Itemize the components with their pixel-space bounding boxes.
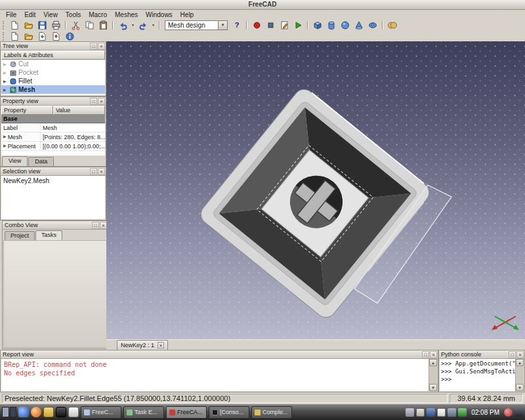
mesh-union-button[interactable] (386, 20, 399, 31)
property-group-base[interactable]: Base (1, 115, 105, 123)
taskbar-window-button[interactable]: Task E... (123, 406, 164, 419)
menu-edit[interactable]: Edit (20, 10, 39, 19)
undo-dropdown[interactable]: ▼ (130, 20, 136, 31)
expander-icon[interactable]: ▶ (3, 79, 8, 83)
document-tab[interactable]: NewKey2 : 1 × (117, 340, 168, 350)
menu-windows[interactable]: Windows (142, 10, 177, 19)
property-value[interactable]: [(0.00 0.00 1.00);0.00;... (41, 142, 105, 150)
macro-record-button[interactable] (250, 20, 263, 31)
screenshot-tray-icon[interactable] (406, 408, 414, 417)
float-panel-button[interactable]: □ (92, 222, 99, 229)
paste-button[interactable] (96, 20, 110, 31)
tree-item-fillet[interactable]: ▶ Fillet (1, 77, 105, 85)
close-panel-button[interactable]: × (516, 351, 524, 358)
cut-button[interactable] (69, 20, 82, 31)
tab-view[interactable]: View (2, 156, 28, 166)
editor-launcher-icon[interactable] (68, 407, 79, 417)
tab-tasks[interactable]: Tasks (35, 230, 62, 240)
updates-tray-icon[interactable] (504, 408, 513, 417)
tree-column-header[interactable]: Labels & Attributes (1, 51, 105, 60)
property-row-placement[interactable]: ▶Placement [(0.00 0.00 1.00);0.00;... (1, 142, 105, 151)
files-launcher-icon[interactable] (43, 407, 54, 417)
close-panel-button[interactable]: × (98, 168, 105, 175)
combo-view-header[interactable]: Combo View □ × (3, 221, 108, 230)
property-value[interactable]: Mesh (41, 123, 105, 132)
float-panel-button[interactable]: □ (90, 168, 97, 175)
export-mesh-button[interactable] (49, 31, 62, 42)
new-document-button[interactable] (8, 20, 21, 31)
menu-tools[interactable]: Tools (62, 10, 85, 19)
scroll-up-icon[interactable]: ▲ (429, 359, 437, 366)
3d-viewport[interactable] (106, 41, 525, 339)
console-scrollbar[interactable]: ▲ ▼ (515, 359, 524, 391)
terminal-launcher-icon[interactable] (56, 407, 66, 417)
tab-project[interactable]: Project (5, 231, 35, 240)
toolbar-grip[interactable] (3, 21, 5, 30)
taskbar-window-button[interactable]: FreeC... (81, 406, 121, 419)
toolbar-grip[interactable] (3, 32, 5, 41)
new-document-button[interactable] (8, 31, 21, 42)
menu-help[interactable]: Help (177, 10, 198, 19)
print-button[interactable] (49, 20, 62, 31)
float-panel-button[interactable]: □ (509, 351, 516, 358)
window-titlebar[interactable]: FreeCAD (0, 0, 525, 10)
report-scrollbar[interactable]: ▲ ▼ (429, 359, 437, 391)
mesh-box-button[interactable] (311, 20, 324, 31)
float-panel-button[interactable]: □ (422, 351, 429, 358)
mesh-torus-button[interactable] (366, 20, 379, 31)
tree-item-cut[interactable]: ▶ Cut (1, 60, 105, 68)
property-value[interactable]: [Points: 280, Edges: 8... (41, 133, 105, 141)
python-console-log[interactable]: >>> App.getDocument("Ne >>> Gui.SendMsgT… (440, 359, 515, 391)
clipboard-tray-icon[interactable] (437, 408, 446, 417)
taskbar-clock[interactable]: 02:08 PM (469, 409, 502, 416)
volume-tray-icon[interactable] (448, 408, 456, 417)
save-document-button[interactable] (35, 20, 49, 31)
column-header-value[interactable]: Value (53, 106, 105, 115)
property-row-label[interactable]: Label Mesh (1, 123, 105, 133)
open-document-button[interactable] (22, 20, 35, 31)
mesh-sphere-button[interactable] (339, 20, 352, 31)
redo-button[interactable] (136, 20, 150, 31)
mesh-cylinder-button[interactable] (325, 20, 338, 31)
property-view-header[interactable]: Property view □ × (1, 97, 106, 106)
property-row-mesh[interactable]: ▶Mesh [Points: 280, Edges: 8... (1, 133, 105, 142)
report-log[interactable]: BRep_API: command not done No edges spec… (1, 359, 429, 391)
expander-icon[interactable]: ▶ (3, 134, 7, 141)
scroll-down-icon[interactable]: ▼ (516, 384, 524, 391)
tree-item-mesh[interactable]: ▶ Mesh (1, 85, 105, 94)
network-tray-icon[interactable] (458, 408, 467, 417)
workspace-pager[interactable] (2, 407, 16, 417)
tree-item-pocket[interactable]: ▶ Pocket (1, 68, 105, 77)
menu-view[interactable]: View (39, 10, 62, 19)
selection-view-header[interactable]: Selection view □ × (1, 167, 106, 176)
tree-view-header[interactable]: Tree view □ × (1, 42, 106, 51)
close-panel-button[interactable]: × (98, 98, 105, 105)
close-panel-button[interactable]: × (430, 351, 437, 358)
workbench-selector[interactable]: Mesh design ▼ (165, 20, 228, 30)
redo-dropdown[interactable]: ▼ (150, 20, 156, 31)
document-tab-close-icon[interactable]: × (158, 342, 164, 348)
3d-scene[interactable] (106, 41, 525, 339)
expander-icon[interactable]: ▶ (3, 70, 8, 75)
display-tray-icon[interactable] (427, 408, 435, 417)
open-document-button[interactable] (22, 31, 35, 42)
python-console-header[interactable]: Python console □ × (439, 350, 524, 359)
whatsthis-button[interactable]: ? (230, 20, 243, 31)
expander-icon[interactable]: ▶ (3, 143, 7, 150)
column-header-property[interactable]: Property (1, 106, 53, 115)
menu-macro[interactable]: Macro (85, 10, 111, 19)
import-mesh-button[interactable] (35, 31, 49, 42)
selection-item[interactable]: NewKey2.Mesh (3, 177, 103, 184)
keyboard-tray-icon[interactable] (416, 408, 425, 417)
show-desktop-icon[interactable] (514, 408, 523, 417)
report-view-header[interactable]: Report view □ × (1, 350, 438, 359)
mesh-info-button[interactable] (63, 31, 76, 42)
scroll-up-icon[interactable]: ▲ (516, 359, 524, 366)
taskbar-window-button[interactable]: Comple... (251, 406, 292, 419)
app-menu-launcher-icon[interactable] (18, 407, 29, 417)
console-prompt[interactable]: >>> (441, 375, 514, 383)
tab-data[interactable]: Data (28, 157, 54, 166)
macro-play-button[interactable] (291, 20, 304, 31)
macro-edit-button[interactable] (278, 20, 291, 31)
close-panel-button[interactable]: × (98, 43, 105, 50)
